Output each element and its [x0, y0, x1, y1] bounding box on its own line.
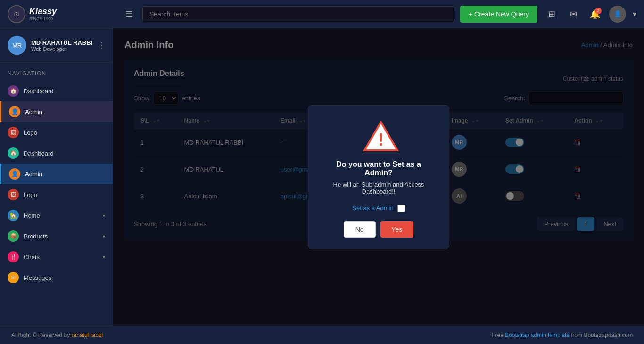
logo-name: Klassy	[29, 7, 57, 16]
sidebar-item-admin-top[interactable]: 👤 Admin	[0, 101, 113, 122]
modal-checkbox-label: Set as a Admin	[352, 205, 393, 212]
notification-badge: 2	[595, 8, 602, 14]
logo-icon: ⊙	[8, 5, 25, 23]
footer-right-pre: Free	[492, 332, 505, 338]
footer: AllRight © Reserved by rahatul rabbi Fre…	[0, 326, 644, 344]
sidebar-item-dashboard[interactable]: 🏠 Dashboard	[0, 81, 113, 101]
modal-warning-icon: !	[362, 120, 395, 153]
sidebar-item-products[interactable]: 📦 Products ▾	[0, 226, 113, 246]
user-role: Web Developer	[31, 46, 92, 52]
topbar-right: + Create New Query ⊞ ✉ 🔔 2 👤 ▾	[460, 6, 636, 23]
modal-yes-button[interactable]: Yes	[380, 221, 414, 238]
modal-no-button[interactable]: No	[344, 221, 376, 238]
messages-icon: ✉	[8, 272, 19, 283]
user-section: MR MD RAHATUL RABBI Web Developer ⋮	[0, 28, 113, 63]
footer-template-link[interactable]: Bootstrap admin template	[505, 332, 570, 338]
user-info: MD RAHATUL RABBI Web Developer	[31, 39, 92, 52]
footer-left: AllRight © Reserved by rahatul rabbi	[11, 332, 103, 338]
footer-right: Free Bootstrap admin template from Boots…	[492, 332, 633, 338]
sidebar-item-label: Admin	[25, 171, 42, 178]
home-icon: 🏡	[8, 210, 19, 221]
modal-dialog: ! Do you want to Set as a Admin? He will…	[308, 105, 449, 249]
email-icon[interactable]: ✉	[566, 7, 581, 22]
modal-overlay: ! Do you want to Set as a Admin? He will…	[113, 28, 644, 326]
sidebar-item-admin-active[interactable]: 👤 Admin	[0, 164, 113, 184]
sidebar-item-label: Logo	[24, 191, 37, 198]
modal-title: Do you want to Set as a Admin?	[322, 160, 435, 177]
logo-area: ⊙ Klassy SINCE 1990	[8, 5, 116, 23]
admin-icon: 👤	[9, 106, 20, 117]
admin2-icon: 👤	[9, 168, 20, 180]
content-area: Admin Info Admin / Admin Info Admin Deta…	[113, 28, 644, 326]
dashboard-icon: 🏠	[8, 85, 19, 97]
avatar-dropdown-arrow[interactable]: ▾	[633, 9, 636, 18]
modal-body: He will an Sub-admin and Access Dashboar…	[322, 181, 435, 195]
logo2-icon: 🖼	[8, 189, 19, 200]
footer-right-post: from Bootstrapdash.com	[571, 332, 633, 338]
footer-author-link[interactable]: rahatul rabbi	[72, 332, 103, 338]
sidebar-item-logo-top[interactable]: 🖼 Logo	[0, 122, 113, 143]
set-admin-checkbox[interactable]	[397, 205, 405, 212]
sidebar-item-chefs[interactable]: 🍴 Chefs ▾	[0, 246, 113, 267]
user-avatar-btn[interactable]: 👤	[609, 6, 626, 23]
user-menu-icon[interactable]: ⋮	[98, 41, 105, 50]
chefs-icon: 🍴	[8, 251, 19, 262]
sidebar-item-label: Chefs	[24, 254, 40, 261]
sidebar-item-label: Home	[24, 212, 40, 219]
user-name: MD RAHATUL RABBI	[31, 39, 92, 46]
logo-sidebar-icon: 🖼	[8, 127, 19, 138]
chefs-arrow-icon: ▾	[103, 254, 105, 260]
sidebar-toggle-icon[interactable]: ☰	[122, 7, 137, 21]
sidebar-item-label: Dashboard	[24, 88, 54, 95]
products-arrow-icon: ▾	[103, 234, 105, 239]
logo-text-block: Klassy SINCE 1990	[29, 7, 57, 21]
main-layout: MR MD RAHATUL RABBI Web Developer ⋮ Navi…	[0, 28, 644, 326]
sidebar-item-dashboard2[interactable]: 🏠 Dashboard	[0, 143, 113, 164]
svg-text:!: !	[378, 130, 384, 149]
products-icon: 📦	[8, 230, 19, 242]
search-input[interactable]	[142, 6, 454, 22]
sidebar-item-logo2[interactable]: 🖼 Logo	[0, 184, 113, 205]
notification-icon[interactable]: 🔔 2	[587, 7, 603, 22]
logo-sub: SINCE 1990	[29, 16, 57, 21]
sidebar-item-home[interactable]: 🏡 Home ▾	[0, 205, 113, 226]
avatar: MR	[8, 36, 26, 55]
sidebar-item-label: Admin	[25, 108, 42, 115]
grid-icon[interactable]: ⊞	[544, 7, 559, 22]
sidebar-item-label: Dashboard	[24, 150, 54, 157]
sidebar-item-label: Messages	[24, 274, 51, 281]
modal-checkbox-row[interactable]: Set as a Admin	[322, 205, 435, 212]
footer-left-text: AllRight © Reserved by	[11, 332, 72, 338]
create-query-button[interactable]: + Create New Query	[460, 6, 537, 23]
sidebar: MR MD RAHATUL RABBI Web Developer ⋮ Navi…	[0, 28, 113, 326]
dashboard2-icon: 🏠	[8, 147, 19, 159]
nav-heading: Navigation	[0, 63, 113, 81]
sidebar-item-messages[interactable]: ✉ Messages	[0, 267, 113, 288]
home-arrow-icon: ▾	[103, 213, 105, 218]
modal-buttons: No Yes	[322, 221, 435, 238]
sidebar-item-label: Products	[24, 233, 48, 240]
topbar: ⊙ Klassy SINCE 1990 ☰ + Create New Query…	[0, 0, 644, 28]
sidebar-item-label: Logo	[24, 129, 37, 136]
